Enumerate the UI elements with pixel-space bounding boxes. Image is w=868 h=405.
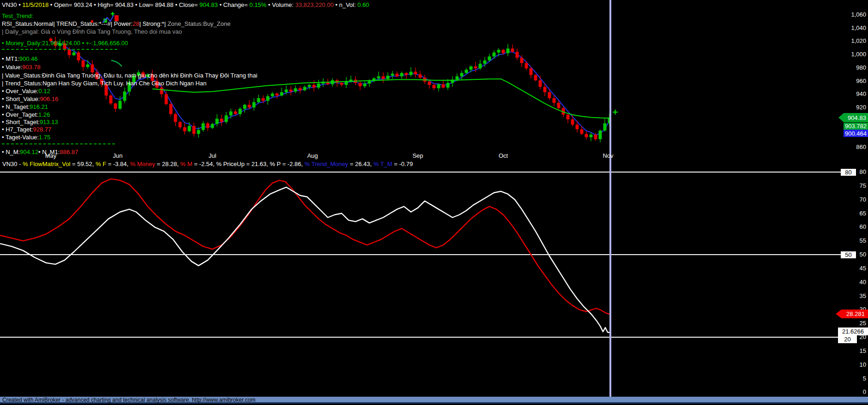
- candle-body: [308, 85, 311, 87]
- price-tick-1020: 1,020: [847, 37, 866, 45]
- candle-body: [576, 125, 579, 129]
- money-daily-line: • Money_Daily:21,968,624.00 • +-:1,966,6…: [2, 40, 128, 47]
- osc-tick-65: 65: [847, 210, 866, 217]
- candle-body: [174, 114, 177, 122]
- amibroker-footer: Created with AmiBroker - advanced charti…: [0, 397, 868, 404]
- candle-body: [188, 126, 191, 131]
- test-trend-label: Test_Trend:: [2, 12, 33, 20]
- chart-title-segment: 33,823,220.00: [295, 1, 334, 8]
- taget-value-line-segment: • Taget-Value:: [2, 134, 39, 141]
- osc-tick-0: 0: [847, 388, 866, 396]
- value-line-segment: • Value:: [2, 64, 22, 71]
- osc-tick-60: 60: [847, 223, 866, 231]
- candle-body: [294, 88, 297, 91]
- candle-body: [68, 50, 71, 55]
- value-tag-28.281: 28.281: [836, 310, 868, 318]
- daily-signal-line: | Daily_singal: Giá o Vùng Đỉnh Gia Tang…: [2, 28, 182, 36]
- oscillator-pane-title-segment: % PriceUp = 21.63, % P = -2.86,: [216, 161, 304, 167]
- taget-value-line: • Taget-Value:1.75: [2, 134, 50, 141]
- n-taget-line-segment: • N_Taget:: [2, 103, 30, 110]
- trend-status-line-segment: | Trend_Status:Ngan Han Suy Giam, Tich L…: [2, 80, 206, 87]
- candle-body: [428, 82, 431, 85]
- h7-taget-line: • H7_Taget:928.77: [2, 126, 51, 133]
- over-value-line: • Over_Value:0.12: [2, 88, 50, 95]
- value-tag-900.464: 900.464: [844, 130, 868, 137]
- candle-body: [123, 91, 127, 101]
- candle-body: [433, 85, 436, 88]
- candle-body: [234, 112, 237, 114]
- mt1-line-segment: 900.46: [19, 55, 38, 62]
- candle-body: [114, 103, 117, 108]
- chart-title-segment: VN30 •: [2, 1, 22, 8]
- osc-tick-40: 40: [847, 279, 866, 286]
- value-line: • Value:903.78: [2, 64, 41, 71]
- money-daily-line-segment: 1,966,656.00: [93, 40, 128, 47]
- oscillator-pane-title-segment: % T_M: [374, 161, 392, 167]
- candle-body: [483, 60, 487, 64]
- candle-body: [160, 88, 163, 94]
- h7-taget-line-segment: 928.77: [33, 126, 51, 133]
- candle-body: [340, 83, 344, 85]
- value-tag-80: 80: [841, 169, 856, 176]
- value-tag-50: 50: [841, 251, 856, 258]
- candle-body: [345, 82, 348, 85]
- price-tick-1000: 1,000: [847, 51, 866, 58]
- candle-body: [460, 73, 464, 76]
- chart-canvas[interactable]: [0, 0, 868, 405]
- candle-body: [525, 63, 528, 68]
- month-label-oct: Oct: [499, 152, 508, 159]
- candle-body: [165, 94, 168, 104]
- candle-body: [456, 76, 459, 79]
- money-daily-line-segment: 21,968,624.00: [42, 40, 80, 47]
- nm-line-segment: • N_M:: [2, 149, 20, 155]
- candle-body: [202, 123, 205, 130]
- candle-body: [243, 105, 247, 109]
- osc-tick-5: 5: [847, 375, 866, 382]
- osc-tick-35: 35: [847, 292, 866, 300]
- candle-body: [553, 98, 556, 103]
- candle-body: [419, 74, 422, 77]
- candle-body: [248, 105, 251, 107]
- candle-body: [479, 64, 482, 68]
- candle-body: [285, 89, 288, 92]
- amibroker-chart-window: VN30 • 11/5/2018 • Open= 903.24 • High= …: [0, 0, 868, 405]
- osc-tick-45: 45: [847, 265, 866, 272]
- daily-signal-line-segment: | Daily_singal: Giá o Vùng Đỉnh Gia Tang…: [2, 28, 182, 35]
- candle-body: [511, 48, 514, 52]
- chart-title-segment: 0.15%: [249, 1, 266, 8]
- candle-body: [317, 83, 320, 88]
- price-tick-920: 920: [847, 104, 866, 111]
- oscillator-pane-title-segment: = -2.54,: [193, 161, 217, 167]
- value-tag-20: 20: [838, 335, 857, 343]
- taget-value-line-segment: 1.75: [39, 134, 50, 141]
- value-status-line: | Value_Status:Đinh Gia Tang Truong. Đâu…: [2, 72, 257, 79]
- rsi-status-line-segment: Zone_Status:Buy_Zone: [168, 20, 231, 27]
- candle-body: [257, 98, 260, 102]
- chart-title-segment: 904.83: [199, 1, 218, 8]
- candle-body: [502, 50, 505, 53]
- price-tick-1040: 1,040: [847, 24, 866, 32]
- value-swoosh-icon: [111, 60, 122, 66]
- month-label-nov: Nov: [603, 152, 613, 159]
- rsi-status-line-segment: | Strong:*|: [139, 20, 168, 27]
- candle-body: [266, 96, 270, 101]
- candle-body: [497, 50, 500, 53]
- price-tick-940: 940: [847, 90, 866, 98]
- oscillator-pane-title-segment: % FlowMatrix_Vol: [23, 161, 70, 167]
- candle-body: [590, 135, 593, 137]
- short-taget-line-segment: 913.13: [40, 119, 58, 125]
- date-cursor-line[interactable]: [609, 0, 611, 397]
- chart-title-segment: 11/5/2018: [22, 1, 48, 8]
- candle-body: [442, 84, 445, 88]
- candle-body: [474, 66, 477, 68]
- candle-body: [253, 102, 256, 107]
- value-line-segment: 903.78: [22, 64, 41, 71]
- candle-body: [86, 65, 90, 67]
- candle-body: [571, 119, 574, 125]
- candle-body: [391, 74, 394, 76]
- candle-body: [169, 104, 173, 114]
- osc-tick-70: 70: [847, 196, 866, 203]
- candle-body: [585, 134, 588, 137]
- candle-body: [280, 92, 283, 95]
- candle-body: [262, 98, 265, 101]
